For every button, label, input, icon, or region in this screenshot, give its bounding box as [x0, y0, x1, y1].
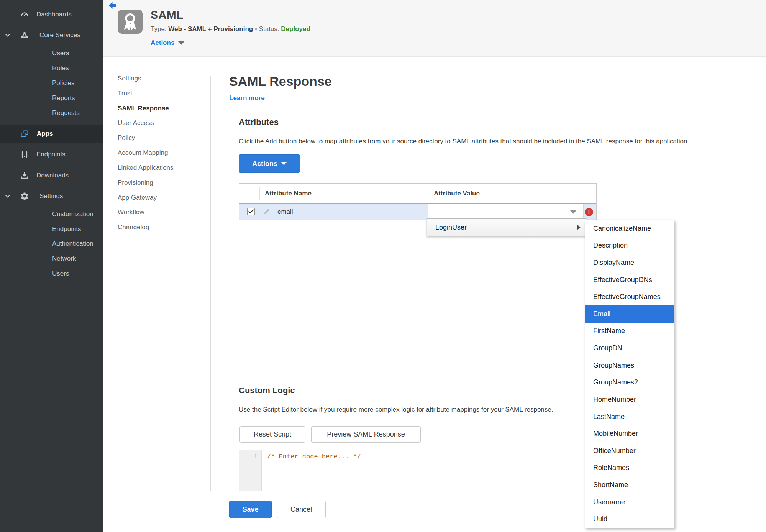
- actions-button-label: Actions: [252, 160, 277, 168]
- header-actions-label: Actions: [151, 39, 174, 47]
- submenu-item-description[interactable]: Description: [585, 237, 674, 255]
- sidebar-item-network[interactable]: Network: [0, 251, 103, 266]
- sidebar-item-label: Reports: [52, 94, 75, 102]
- line-number: 1: [239, 453, 258, 460]
- sidebar-item-label: Policies: [52, 79, 75, 87]
- page-app-title: SAML: [151, 8, 183, 21]
- checkmark-icon: [248, 209, 254, 214]
- sidebar-item-authentication[interactable]: Authentication: [0, 236, 103, 251]
- gauge-icon: [20, 10, 29, 19]
- sidebar-item-settings-users[interactable]: Users: [0, 266, 103, 281]
- attributes-actions-button[interactable]: Actions: [239, 154, 300, 173]
- column-header-attribute-name: Attribute Name: [265, 184, 312, 204]
- sidebar-item-settings[interactable]: Settings: [0, 189, 103, 204]
- edit-pencil-icon[interactable]: [263, 208, 271, 215]
- submenu-item-firstname[interactable]: FirstName: [585, 323, 674, 340]
- submenu-item-groupnames2[interactable]: GroupNames2: [585, 374, 674, 391]
- column-header-attribute-value: Attribute Value: [434, 184, 480, 204]
- table-row[interactable]: email !: [239, 204, 596, 220]
- attribute-value-dropdown[interactable]: [428, 204, 584, 220]
- preview-saml-response-button[interactable]: Preview SAML Response: [311, 426, 421, 443]
- submenu-item-displayname[interactable]: DisplayName: [585, 254, 674, 271]
- back-arrow-icon[interactable]: [108, 2, 118, 10]
- script-editor[interactable]: 1 /* Enter code here... */: [239, 450, 766, 491]
- tab-trust[interactable]: Trust: [118, 86, 132, 101]
- page-title: SAML Response: [229, 74, 332, 89]
- submenu-item-shortname[interactable]: ShortName: [585, 476, 674, 494]
- saml-app-icon: [118, 10, 143, 34]
- sidebar-item-label: Roles: [52, 64, 69, 72]
- sidebar-item-label: Requests: [52, 109, 80, 117]
- submenu-item-effectivegroupnames[interactable]: EffectiveGroupNames: [585, 288, 674, 305]
- chevron-down-icon: [178, 41, 184, 45]
- submenu-item-homenumber[interactable]: HomeNumber: [585, 391, 674, 408]
- submenu-item-canonicalizename[interactable]: CanonicalizeName: [585, 220, 674, 237]
- sidebar-item-label: Authentication: [52, 240, 93, 248]
- tab-app-gateway[interactable]: App Gateway: [118, 190, 157, 205]
- status-badge: Deployed: [281, 25, 310, 33]
- tab-workflow[interactable]: Workflow: [118, 205, 144, 220]
- sidebar-item-users[interactable]: Users: [0, 46, 103, 61]
- sidebar-item-apps[interactable]: Apps: [0, 125, 103, 143]
- column-divider: [428, 187, 428, 200]
- core-services-icon: [20, 31, 29, 40]
- submenu-item-username[interactable]: Username: [585, 494, 674, 511]
- custom-logic-description: Use the Script Editor below if you requi…: [239, 406, 553, 414]
- nav-divider: [210, 76, 211, 491]
- tab-settings[interactable]: Settings: [118, 71, 141, 86]
- editor-code-line[interactable]: /* Enter code here... */: [267, 453, 361, 460]
- download-icon: [20, 171, 29, 180]
- tab-user-access[interactable]: User Access: [118, 116, 154, 130]
- submenu-item-mobilenumber[interactable]: MobileNumber: [585, 425, 674, 442]
- menu-item-loginuser[interactable]: LoginUser: [427, 218, 586, 236]
- sidebar-item-endpoints[interactable]: Endpoints: [0, 147, 103, 162]
- submenu-item-groupnames[interactable]: GroupNames: [585, 357, 674, 374]
- sidebar-item-requests[interactable]: Requests: [0, 106, 103, 120]
- sidebar-item-label: Dashboards: [36, 11, 72, 18]
- sidebar-item-settings-endpoints[interactable]: Endpoints: [0, 222, 103, 236]
- sidebar-item-dashboards[interactable]: Dashboards: [0, 7, 103, 22]
- submenu-item-lastname[interactable]: LastName: [585, 408, 674, 425]
- row-checkbox[interactable]: [247, 208, 255, 215]
- error-icon: !: [585, 208, 593, 216]
- chevron-down-icon: [5, 193, 11, 199]
- reset-script-button[interactable]: Reset Script: [239, 426, 305, 443]
- sidebar-item-roles[interactable]: Roles: [0, 61, 103, 76]
- submenu-item-email[interactable]: Email: [585, 305, 674, 323]
- submenu-item-uuid[interactable]: Uuid: [585, 511, 674, 528]
- sidebar-item-core-services[interactable]: Core Services: [0, 28, 103, 43]
- tab-saml-response[interactable]: SAML Response: [118, 101, 169, 116]
- submenu-item-effectivegroupdns[interactable]: EffectiveGroupDNs: [585, 271, 674, 289]
- tablet-icon: [20, 150, 29, 159]
- sidebar-item-label: Network: [52, 255, 76, 263]
- submenu-item-officenumber[interactable]: OfficeNumber: [585, 442, 674, 460]
- sidebar-item-downloads[interactable]: Downloads: [0, 168, 103, 183]
- cancel-button[interactable]: Cancel: [277, 501, 326, 518]
- sidebar-item-label: Settings: [39, 192, 63, 200]
- tab-policy[interactable]: Policy: [118, 131, 135, 145]
- sidebar-item-policies[interactable]: Policies: [0, 76, 103, 90]
- tab-provisioning[interactable]: Provisioning: [118, 176, 153, 190]
- header-actions-menu[interactable]: Actions: [151, 39, 184, 47]
- type-value: Web - SAML + Provisioning: [168, 25, 253, 33]
- type-label: Type:: [151, 25, 167, 33]
- save-button[interactable]: Save: [229, 501, 272, 518]
- tab-linked-applications[interactable]: Linked Applications: [118, 161, 174, 175]
- attributes-table: Attribute Name Attribute Value email !: [239, 183, 597, 369]
- column-divider: [259, 187, 260, 200]
- apps-icon: [20, 129, 29, 138]
- sidebar-item-label: Users: [52, 270, 69, 277]
- sidebar: Dashboards Core Services Users Roles Pol…: [0, 0, 103, 532]
- sidebar-item-reports[interactable]: Reports: [0, 91, 103, 105]
- submenu-item-groupdn[interactable]: GroupDN: [585, 340, 674, 357]
- sidebar-item-label: Core Services: [39, 31, 80, 39]
- sidebar-item-customization[interactable]: Customization: [0, 207, 103, 222]
- save-label: Save: [242, 506, 258, 514]
- cancel-label: Cancel: [290, 506, 312, 514]
- tab-account-mapping[interactable]: Account Mapping: [118, 146, 168, 160]
- submenu-item-rolenames[interactable]: RoleNames: [585, 460, 674, 477]
- tab-changelog[interactable]: Changelog: [118, 220, 149, 235]
- app-window: Dashboards Core Services Users Roles Pol…: [0, 0, 766, 532]
- status-label: Status:: [259, 25, 279, 33]
- learn-more-link[interactable]: Learn more: [229, 94, 265, 102]
